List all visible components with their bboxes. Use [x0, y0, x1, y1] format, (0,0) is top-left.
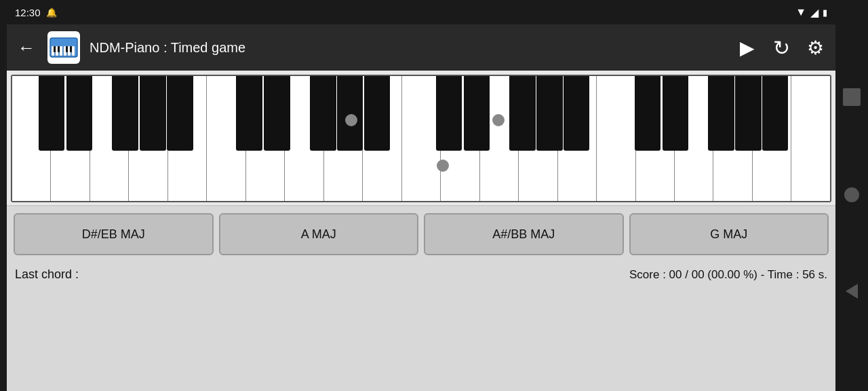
white-key-4[interactable] [168, 76, 207, 201]
app-title: NDM-Piano : Timed game [90, 40, 726, 56]
white-key-19[interactable] [753, 76, 791, 201]
clock-display: 12:30 [15, 7, 41, 18]
piano-container [7, 71, 835, 206]
rect-indicator [843, 88, 861, 106]
status-right: ▼ ◢ ▮ [795, 6, 827, 19]
settings-button[interactable]: ⚙ [803, 35, 827, 60]
white-key-0[interactable] [12, 76, 51, 201]
status-bottom: Last chord : Score : 00 / 00 (00.00 %) -… [7, 262, 835, 287]
white-keys [12, 76, 830, 201]
white-key-8[interactable] [324, 76, 363, 201]
white-key-10[interactable] [402, 76, 441, 201]
right-bar [835, 0, 868, 391]
main-content: 12:30 🔔 ▼ ◢ ▮ ← [7, 0, 835, 391]
chord-buttons: D#/EB MAJ A MAJ A#/BB MAJ G MAJ [7, 206, 835, 262]
white-key-12[interactable] [480, 76, 519, 201]
white-key-11[interactable] [441, 76, 479, 201]
svg-rect-3 [60, 46, 62, 56]
notification-icon: 🔔 [46, 7, 57, 18]
white-key-9[interactable] [363, 76, 401, 201]
score-label: Score : 00 / 00 (00.00 %) - Time : 56 s. [629, 268, 827, 282]
white-key-20[interactable] [791, 76, 829, 201]
chord-btn-gmaj[interactable]: G MAJ [629, 213, 829, 255]
status-bar: 12:30 🔔 ▼ ◢ ▮ [7, 0, 835, 24]
play-button[interactable]: ▶ [735, 35, 760, 60]
toolbar: ← NDM-Piano : Timed game ▶ [7, 24, 835, 71]
last-chord-label: Last chord : [15, 267, 79, 282]
signal-icon: ◢ [810, 6, 818, 19]
svg-rect-6 [72, 46, 75, 56]
circle-indicator [844, 187, 859, 202]
white-key-1[interactable] [51, 76, 90, 201]
white-key-2[interactable] [90, 76, 129, 201]
left-bar [0, 0, 7, 391]
white-key-16[interactable] [636, 76, 675, 201]
white-key-17[interactable] [675, 76, 713, 201]
piano-dot-dot3 [437, 160, 449, 172]
wifi-icon: ▼ [795, 6, 806, 18]
svg-rect-7 [54, 46, 56, 52]
white-key-14[interactable] [558, 76, 597, 201]
white-key-6[interactable] [246, 76, 285, 201]
chord-btn-asharp[interactable]: A#/BB MAJ [424, 213, 624, 255]
white-key-13[interactable] [519, 76, 557, 201]
piano-dot-dot2 [492, 114, 505, 126]
svg-rect-9 [66, 46, 68, 52]
app-icon [47, 31, 80, 64]
svg-rect-8 [58, 46, 60, 52]
status-left: 12:30 🔔 [15, 7, 57, 18]
piano[interactable] [11, 75, 831, 202]
svg-rect-10 [70, 46, 72, 52]
toolbar-actions: ▶ ↻ ⚙ [735, 35, 827, 60]
chord-btn-amaj[interactable]: A MAJ [219, 213, 419, 255]
white-key-5[interactable] [207, 76, 245, 201]
chord-btn-dsharp[interactable]: D#/EB MAJ [14, 213, 214, 255]
white-key-15[interactable] [597, 76, 635, 201]
white-key-3[interactable] [129, 76, 167, 201]
triangle-indicator [846, 284, 858, 299]
white-key-18[interactable] [713, 76, 752, 201]
refresh-button[interactable]: ↻ [769, 35, 793, 60]
piano-dot-dot1 [345, 114, 357, 126]
battery-icon: ▮ [823, 7, 827, 18]
back-button[interactable]: ← [15, 35, 38, 61]
white-key-7[interactable] [285, 76, 323, 201]
